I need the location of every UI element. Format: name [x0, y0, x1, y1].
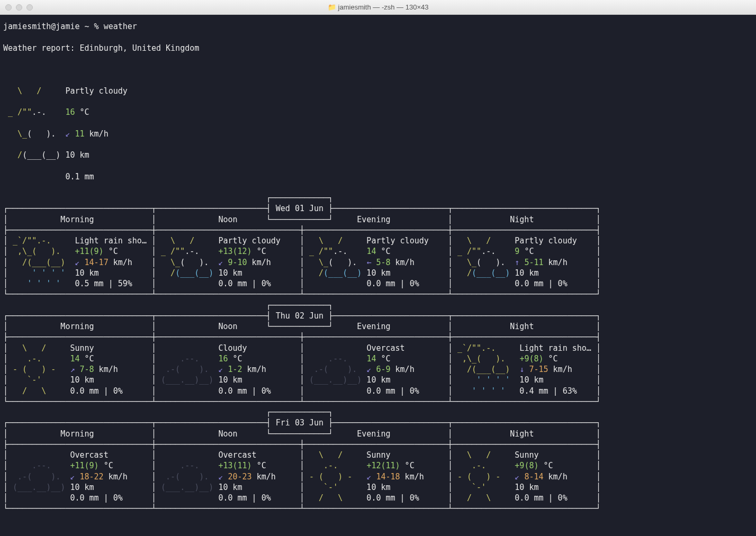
spacer — [8, 493, 70, 503]
box-border: ┌──────────────────────────────┬────────… — [3, 417, 271, 428]
header-row: │ Morning │ Noon └────────────┘ Evening … — [3, 429, 601, 439]
box-border: ┌──────────────────────────────┬────────… — [3, 203, 271, 214]
spacer — [109, 450, 151, 460]
weather-art: .-. — [185, 246, 199, 257]
box-border: │ — [151, 375, 156, 385]
box-border: ├────────────────────────┬──────────────… — [328, 311, 601, 321]
spacer — [338, 460, 366, 471]
weather-art: .--. — [156, 353, 199, 364]
spacer — [539, 268, 596, 278]
temperature-value: 14 — [70, 353, 79, 364]
spacer — [209, 471, 218, 482]
spacer — [568, 493, 596, 503]
box-border: │ — [300, 353, 304, 364]
temperature-value: +11 — [75, 246, 89, 257]
wind-speed: 18-22 — [75, 471, 103, 482]
temperature-unit: °C — [252, 246, 266, 257]
spacer — [156, 343, 218, 353]
visibility-value: 10 km — [510, 268, 538, 278]
box-border: │ — [3, 460, 8, 471]
spacer — [94, 375, 151, 385]
wind-speed: 7-15 — [524, 364, 548, 375]
precip-value: 0.0 mm | 0% — [218, 278, 271, 289]
wind-unit: km/h — [544, 471, 568, 482]
precip-value: 0.0 mm | 0% — [343, 493, 419, 503]
box-border: │ — [448, 450, 453, 460]
folder-icon: 📁 — [328, 3, 336, 12]
spacer — [51, 460, 70, 471]
spacer — [8, 450, 70, 460]
box-border: │ — [448, 471, 453, 482]
box-border: │ — [448, 460, 453, 471]
spacer — [496, 246, 515, 257]
weather-art: /(___(__) — [8, 257, 65, 268]
spacer — [304, 386, 366, 396]
spacer — [156, 450, 218, 460]
spacer — [46, 107, 65, 117]
temperature-unit: °C — [539, 460, 553, 471]
weather-art: \ / — [453, 235, 491, 246]
wind-arrow-icon: ↙ — [70, 471, 75, 482]
box-border: │ — [448, 353, 453, 364]
spacer — [242, 353, 300, 364]
box-border: │ — [3, 257, 8, 268]
wind-speed: 6-9 — [371, 364, 390, 375]
condition-label: Partly cloudy — [213, 235, 280, 246]
box-border: │ — [300, 386, 304, 396]
box-border: │ — [3, 278, 8, 289]
spacer — [500, 471, 515, 482]
wind-speed: 5-8 — [371, 257, 390, 268]
spacer — [343, 235, 362, 246]
spacer — [118, 364, 151, 375]
weather-art: _ /"" — [156, 246, 185, 257]
spacer — [266, 460, 300, 471]
box-border: │ — [596, 257, 601, 268]
weather-art: / — [304, 268, 323, 278]
spacer — [572, 364, 596, 375]
spacer — [405, 343, 448, 353]
weather-art: \_ — [304, 257, 328, 268]
weather-art: \_ — [156, 257, 180, 268]
weather-art: ( ). — [476, 257, 505, 268]
wind-unit: km/h — [544, 257, 568, 268]
temperature-feels: (8) — [529, 353, 543, 364]
temperature-feels: (11) — [381, 460, 400, 471]
weather-art: .-. — [481, 246, 496, 257]
wind-unit: km/h — [548, 364, 572, 375]
rain-art: ' ' ' ' — [32, 268, 65, 278]
temperature-unit: °C — [400, 460, 415, 471]
spacer — [147, 235, 151, 246]
temperature-unit: °C — [75, 107, 89, 117]
temperature-value: 9 — [515, 246, 519, 257]
spacer — [544, 375, 596, 385]
prompt-line: jamiesmith@jamie ~ % — [3, 21, 104, 32]
box-border: │ — [3, 482, 8, 493]
terminal-output[interactable]: jamiesmith@jamie ~ % weather Weather rep… — [0, 15, 756, 536]
spacer — [491, 235, 510, 246]
spacer — [194, 235, 213, 246]
spacer — [65, 257, 75, 268]
temperature-unit: °C — [376, 353, 390, 364]
spacer — [429, 235, 448, 246]
weather-art: _ /"" — [453, 246, 481, 257]
wind-arrow-icon: ↓ — [519, 364, 524, 375]
spacer — [347, 353, 366, 364]
spacer — [568, 278, 596, 289]
spacer — [266, 364, 300, 375]
weather-art: / — [3, 150, 22, 160]
box-border: │ — [596, 386, 601, 396]
rain-art: ' ' ' ' — [472, 386, 505, 396]
spacer — [391, 268, 448, 278]
temperature-unit: °C — [228, 353, 242, 364]
spacer — [304, 278, 366, 289]
spacer — [113, 460, 151, 471]
box-border: │ — [596, 353, 601, 364]
weather-art: _ /"" — [3, 107, 32, 117]
box-border: │ — [3, 364, 8, 375]
weather-art: `-' — [304, 482, 338, 493]
spacer — [391, 353, 448, 364]
spacer — [209, 257, 218, 268]
weather-art: `-' — [8, 375, 41, 385]
temperature-value: +13 — [218, 460, 232, 471]
temperature-feels: (9) — [89, 246, 104, 257]
